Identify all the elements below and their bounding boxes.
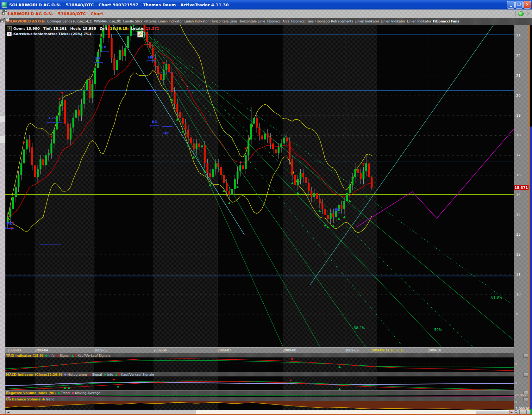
candle-body[interactable]	[352, 177, 354, 185]
candle-body[interactable]	[18, 175, 20, 187]
candle-body[interactable]	[354, 169, 356, 177]
legend-item[interactable]: ◆Trend	[42, 398, 54, 401]
candle-body[interactable]	[171, 72, 173, 92]
legend-item[interactable]: ◆Histogramm	[64, 373, 87, 376]
indicator-item-3[interactable]: Candle Stick Patterns	[122, 20, 157, 23]
candle-body[interactable]	[300, 173, 302, 179]
candle-body[interactable]	[242, 165, 244, 170]
main-chart[interactable]: 38,2%50%61,8%MDjT+SEPEPHPHCBOEPB i Open:…	[0, 25, 532, 347]
panel-plot-macd[interactable]	[0, 376, 532, 390]
indicator-item-12[interactable]: Linien Indikator	[380, 20, 405, 23]
candle-body[interactable]	[316, 193, 318, 199]
candle-body[interactable]	[343, 201, 345, 209]
close-button[interactable]: ×	[523, 1, 531, 9]
indicator-item-5[interactable]: Linien Indikator	[184, 20, 209, 23]
maximize-button[interactable]: ❐	[515, 1, 523, 9]
candle-body[interactable]	[275, 149, 277, 153]
candle-body[interactable]	[72, 118, 74, 127]
panel-plot-nvi[interactable]	[0, 395, 532, 397]
candle-body[interactable]	[319, 199, 321, 203]
indicator-item-2[interactable]: WWMA(Close;20)	[94, 20, 122, 23]
candle-body[interactable]	[305, 177, 307, 183]
candle-body[interactable]	[217, 163, 219, 167]
candle-body[interactable]	[9, 209, 11, 217]
candle-body[interactable]	[239, 165, 241, 171]
candle-body[interactable]	[31, 147, 33, 165]
close-document-icon[interactable]: ✕	[526, 11, 530, 16]
indicator-item-10[interactable]: Fibonacci Retracements	[315, 20, 354, 23]
indicator-item-1[interactable]: Bollinger Bands (Close;14;2)	[47, 20, 93, 23]
legend-item[interactable]: ◆Trend	[58, 391, 70, 395]
candle-body[interactable]	[206, 163, 208, 173]
candle-body[interactable]	[365, 163, 367, 171]
candle-body[interactable]	[12, 197, 14, 209]
candle-body[interactable]	[215, 163, 216, 169]
candle-body[interactable]	[349, 185, 351, 193]
candle-body[interactable]	[160, 74, 162, 80]
candle-body[interactable]	[324, 209, 326, 215]
candle-body[interactable]	[308, 183, 310, 191]
candle-body[interactable]	[297, 179, 299, 185]
candle-body[interactable]	[280, 144, 282, 148]
candle-body[interactable]	[116, 60, 118, 70]
candle-body[interactable]	[259, 127, 260, 135]
indicator-item-9[interactable]: Fibonacci Fans	[291, 20, 314, 23]
candle-body[interactable]	[45, 155, 47, 165]
candle-body[interactable]	[330, 213, 332, 219]
candle-body[interactable]	[322, 203, 323, 209]
candle-body[interactable]	[267, 133, 269, 138]
legend-item[interactable]: ◆Signal	[56, 354, 69, 357]
candle-body[interactable]	[357, 169, 359, 173]
candle-body[interactable]	[198, 144, 200, 148]
candle-body[interactable]	[327, 215, 329, 219]
candle-body[interactable]	[28, 139, 30, 147]
candle-body[interactable]	[42, 159, 44, 165]
candle-body[interactable]	[256, 118, 258, 127]
candle-body[interactable]	[223, 175, 225, 183]
indicator-item-8[interactable]: Fibonacci Arcs	[266, 20, 290, 23]
candle-body[interactable]	[127, 36, 129, 48]
candle-body[interactable]	[209, 173, 211, 177]
candle-body[interactable]	[245, 155, 247, 169]
candle-body[interactable]	[20, 163, 22, 175]
candle-body[interactable]	[302, 173, 304, 177]
legend-item[interactable]: ◆Info	[45, 354, 55, 357]
candle-body[interactable]	[154, 58, 156, 66]
candle-body[interactable]	[70, 127, 72, 139]
panel-plot-obv[interactable]	[0, 401, 532, 410]
candle-body[interactable]	[61, 100, 63, 106]
candle-body[interactable]	[231, 189, 233, 195]
candle-body[interactable]	[286, 138, 288, 142]
candle-body[interactable]	[67, 124, 69, 139]
candle-body[interactable]	[204, 146, 206, 164]
indicator-item-13[interactable]: Linien Indikator	[407, 20, 432, 23]
candle-body[interactable]	[111, 38, 113, 58]
candle-body[interactable]	[261, 135, 263, 139]
candle-body[interactable]	[187, 130, 189, 138]
candle-body[interactable]	[59, 106, 60, 115]
minimize-button[interactable]: _	[507, 1, 515, 9]
candle-body[interactable]	[168, 64, 170, 72]
candle-body[interactable]	[23, 149, 25, 163]
chart-tool-icon[interactable]	[2, 9, 8, 15]
candle-body[interactable]	[166, 64, 167, 70]
candle-body[interactable]	[190, 138, 192, 144]
candle-body[interactable]	[122, 50, 123, 56]
legend-item[interactable]: ▲▼Kauf/Verkauf Signale	[72, 354, 110, 357]
candle-body[interactable]	[34, 165, 36, 177]
candle-body[interactable]	[81, 104, 83, 116]
candle-body[interactable]	[174, 92, 176, 104]
candle-body[interactable]	[212, 169, 214, 177]
indicator-item-4[interactable]: Linien Indikator	[158, 20, 183, 23]
legend-item[interactable]: ▲▼Kauf/Verkauf Signale	[115, 373, 154, 376]
indicator-item-7[interactable]: Horizontale Linie	[238, 20, 266, 23]
candle-body[interactable]	[53, 130, 55, 144]
candle-body[interactable]	[163, 70, 165, 80]
candle-body[interactable]	[269, 138, 271, 144]
scroll-track-elapsed[interactable]	[10, 410, 196, 414]
candle-body[interactable]	[48, 153, 50, 155]
candle-body[interactable]	[149, 42, 151, 48]
candle-body[interactable]	[124, 48, 126, 56]
candle-body[interactable]	[228, 191, 230, 195]
candle-body[interactable]	[289, 141, 291, 159]
